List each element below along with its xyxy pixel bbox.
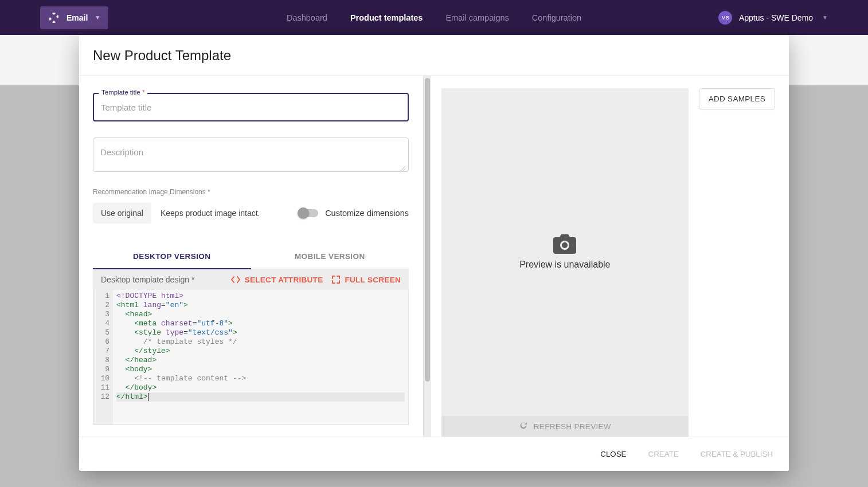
nav-tabs: Dashboard Product templates Email campai… [287, 13, 581, 22]
code-area[interactable]: <!DOCTYPE html><html lang="en"> <head> <… [113, 290, 408, 425]
nav-dashboard[interactable]: Dashboard [287, 13, 327, 22]
preview-panel: Preview is unavailable REFRESH PREVIEW [441, 88, 689, 437]
customize-dimensions-label: Customize dimensions [325, 209, 409, 218]
form-column: Template title * Recommendation Image Di… [79, 76, 423, 437]
description-input[interactable] [93, 138, 408, 171]
create-button[interactable]: CREATE [646, 446, 681, 462]
fullscreen-icon [332, 276, 340, 284]
code-icon [231, 276, 240, 284]
select-attribute-label: SELECT ATTRIBUTE [245, 276, 323, 284]
nav-configuration[interactable]: Configuration [532, 13, 581, 22]
modal-footer: CLOSE CREATE CREATE & PUBLISH [79, 437, 789, 471]
create-publish-button[interactable]: CREATE & PUBLISH [698, 446, 775, 462]
required-mark: * [142, 89, 144, 96]
modal-header: New Product Template [79, 35, 789, 76]
chevron-down-icon: ▼ [95, 14, 100, 21]
full-screen-button[interactable]: FULL SCREEN [332, 276, 401, 284]
nav-email-campaigns[interactable]: Email campaigns [445, 13, 509, 22]
customize-dimensions-toggle[interactable] [299, 209, 318, 217]
refresh-preview-button[interactable]: REFRESH PREVIEW [441, 416, 689, 437]
template-title-input[interactable] [94, 94, 408, 120]
version-tabs: DESKTOP VERSION MOBILE VERSION [93, 244, 409, 269]
template-title-legend: Template title * [99, 89, 147, 96]
add-samples-button[interactable]: ADD SAMPLES [699, 88, 775, 109]
scrollbar-thumb[interactable] [425, 78, 430, 382]
dimensions-caption: Keeps product image intact. [161, 209, 260, 218]
editor-toolbar: Desktop template design * SELECT ATTRIBU… [93, 269, 409, 290]
tab-desktop[interactable]: DESKTOP VERSION [93, 244, 251, 269]
tab-mobile[interactable]: MOBILE VERSION [251, 244, 409, 269]
app-logo-icon [48, 12, 60, 23]
editor-label: Desktop template design * [101, 275, 194, 284]
app-switcher-label: Email [67, 13, 88, 22]
modal-title: New Product Template [93, 48, 775, 64]
code-editor[interactable]: 123456789101112 <!DOCTYPE html><html lan… [93, 290, 409, 425]
preview-box: Preview is unavailable [441, 88, 689, 416]
description-field [93, 138, 409, 172]
preview-message: Preview is unavailable [519, 260, 610, 270]
scrollbar[interactable] [423, 76, 431, 437]
customize-dimensions-toggle-wrap: Customize dimensions [299, 209, 409, 218]
camera-icon [553, 234, 576, 254]
refresh-preview-label: REFRESH PREVIEW [534, 422, 611, 431]
app-switcher[interactable]: Email ▼ [40, 6, 108, 29]
dimensions-label: Recommendation Image Dimensions * [93, 188, 409, 196]
modal-body: Template title * Recommendation Image Di… [79, 76, 789, 437]
dimensions-row: Use original Keeps product image intact.… [93, 203, 409, 223]
use-original-button[interactable]: Use original [93, 203, 151, 223]
toggle-knob [298, 207, 309, 219]
avatar: MB [718, 11, 732, 25]
samples-column: ADD SAMPLES [699, 88, 775, 437]
new-template-modal: New Product Template Template title * Re… [79, 35, 789, 471]
select-attribute-button[interactable]: SELECT ATTRIBUTE [231, 276, 323, 284]
line-number-gutter: 123456789101112 [93, 290, 113, 425]
nav-product-templates[interactable]: Product templates [350, 13, 423, 22]
account-name: Apptus - SWE Demo [739, 13, 813, 22]
close-button[interactable]: CLOSE [598, 446, 628, 462]
top-nav: Email ▼ Dashboard Product templates Emai… [0, 0, 868, 35]
refresh-icon [519, 421, 528, 432]
template-title-legend-text: Template title [101, 89, 140, 96]
preview-column: Preview is unavailable REFRESH PREVIEW A… [431, 76, 789, 437]
full-screen-label: FULL SCREEN [345, 276, 401, 284]
svg-point-1 [562, 242, 568, 248]
chevron-down-icon: ▼ [822, 14, 828, 21]
template-title-field: Template title * [93, 93, 409, 121]
account-menu[interactable]: MB Apptus - SWE Demo ▼ [718, 11, 828, 25]
